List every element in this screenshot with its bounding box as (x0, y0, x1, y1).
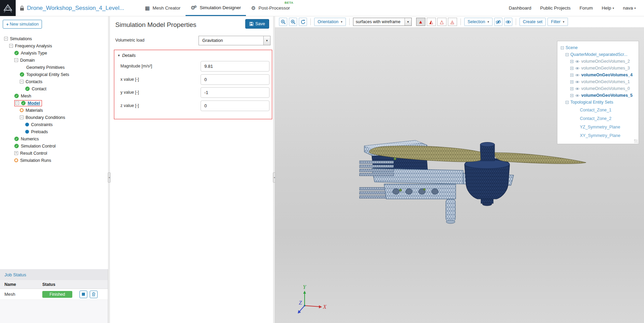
zoom-window-button[interactable] (279, 18, 287, 26)
selection-dropdown[interactable]: Selection ▾ (464, 18, 493, 26)
triangle-half-icon: ◭ (429, 19, 433, 25)
menu-help[interactable]: Help ▾ (602, 5, 614, 11)
scene-item-topological-entity-sets[interactable]: −Topological Entity Sets (561, 99, 636, 106)
tab-post-processor[interactable]: BETA ⚙ Post-Processor (246, 0, 295, 16)
panel-resizer[interactable]: ◂ (108, 16, 110, 323)
tree-item-model-label[interactable]: Model (28, 101, 40, 106)
field-label: y value [-] (120, 87, 139, 98)
collapse-icon[interactable]: − (15, 101, 19, 105)
tree-item-simulations[interactable]: −Simulations (0, 35, 108, 42)
expand-icon[interactable]: + (14, 151, 18, 155)
tree-item-numerics[interactable]: ✓Numerics (0, 135, 108, 142)
eye-icon[interactable] (575, 74, 580, 77)
resizer-handle[interactable]: ◂ (108, 172, 111, 183)
render-surface-wire-toggle[interactable]: ◭ (427, 18, 436, 26)
scene-item-quartermodel[interactable]: −QuarterModel_separatedScr... (561, 51, 636, 58)
tree-item-mesh[interactable]: ✓Mesh (0, 92, 108, 99)
scene-item-contact-zone-2[interactable]: Contact_Zone_2 (561, 114, 636, 123)
expand-icon[interactable]: + (570, 87, 573, 90)
tree-item-boundary-conditions[interactable]: −Boundary Conditions (0, 114, 108, 121)
tab-mesh-creator[interactable]: ▦ Mesh Creator (140, 0, 186, 16)
scene-item-xy-symmetry-plane[interactable]: XY_Symmetry_Plane (561, 131, 636, 140)
render-wireframe-toggle[interactable]: △ (437, 18, 447, 26)
filter-dropdown[interactable]: Filter ▾ (547, 18, 568, 26)
scene-item-contact-zone-1[interactable]: Contact_Zone_1 (561, 106, 636, 114)
expand-icon[interactable]: + (570, 80, 573, 83)
tree-item-frequency-analysis[interactable]: −Frequency Analysis (0, 42, 108, 49)
save-button[interactable]: Save (245, 19, 269, 29)
tree-item-preloads[interactable]: Preloads (0, 128, 108, 135)
tree-item-domain[interactable]: −Domain (0, 57, 108, 64)
collapse-icon[interactable]: − (20, 80, 24, 83)
delete-job-button[interactable] (90, 291, 98, 298)
app-logo[interactable] (0, 0, 16, 16)
tree-item-result-control[interactable]: +Result Control (0, 150, 108, 157)
tree-item-materials[interactable]: Materials (0, 107, 108, 114)
render-textured-toggle[interactable]: ◬ (448, 18, 457, 26)
tab-simulation-designer[interactable]: ⚙⚙ Simulation Designer (186, 0, 246, 16)
collapse-icon[interactable]: − (14, 58, 18, 62)
link-public-projects[interactable]: Public Projects (540, 5, 571, 11)
show-all-button[interactable] (504, 18, 512, 26)
eye-icon[interactable] (575, 94, 580, 97)
z-value-input[interactable] (201, 101, 269, 111)
x-value-input[interactable] (201, 74, 269, 85)
project-title[interactable]: Drone_Workshop_Session_4_Level... (27, 5, 124, 12)
tree-item-analysis-type[interactable]: ✓Analysis Type (0, 49, 108, 57)
eye-icon[interactable] (575, 67, 580, 70)
save-icon (249, 22, 253, 26)
resizer-handle[interactable]: ◂ (273, 172, 276, 183)
tree-item-geometry-primitives[interactable]: Geometry Primitives (0, 64, 108, 71)
scene-item-volume-4[interactable]: +volumeOnGeoVolumes_4 (561, 72, 636, 78)
volumetric-load-select[interactable]: Gravitation ▼ (199, 36, 270, 45)
scene-item-scene[interactable]: −Scene (561, 44, 636, 51)
reset-view-button[interactable] (299, 18, 307, 26)
stop-job-button[interactable] (79, 291, 87, 298)
scene-item-volume-2[interactable]: +volumeOnGeoVolumes_2 (561, 58, 636, 65)
expand-icon[interactable]: + (570, 94, 573, 97)
panel-resizer[interactable]: ◂ (273, 16, 275, 323)
new-simulation-button[interactable]: + New simulation (3, 20, 42, 29)
scene-item-volume-1[interactable]: +volumeOnGeoVolumes_1 (561, 78, 636, 85)
eye-icon[interactable] (575, 80, 580, 83)
details-title: Details (122, 53, 136, 58)
tree-item-constraints[interactable]: Constraints (0, 121, 108, 128)
tree-item-contacts[interactable]: −Contacts (0, 78, 108, 85)
collapse-icon[interactable]: − (566, 101, 569, 104)
scene-item-volume-3[interactable]: +volumeOnGeoVolumes_3 (561, 65, 636, 72)
create-set-button[interactable]: Create set (519, 18, 546, 26)
expand-icon[interactable]: + (570, 60, 573, 63)
menu-user[interactable]: nava ▾ (623, 5, 636, 11)
collapse-icon[interactable]: − (566, 53, 569, 56)
link-forum[interactable]: Forum (580, 5, 593, 11)
field-magnitude: Magnitude [m/s²] (114, 61, 272, 72)
tree-item-contact[interactable]: ✓Contact (0, 85, 108, 92)
y-value-input[interactable] (201, 87, 269, 98)
collapse-icon[interactable]: − (561, 46, 564, 49)
orientation-dropdown[interactable]: Orientation ▾ (314, 18, 346, 26)
tree-item-simulation-runs[interactable]: Simulation Runs (0, 157, 108, 164)
expand-icon[interactable]: + (570, 67, 573, 70)
eye-icon[interactable] (575, 87, 580, 90)
scene-item-volume-0[interactable]: +volumeOnGeoVolumes_0 (561, 85, 636, 92)
tree-item-topological-entity-sets[interactable]: ✓Topological Entity Sets (0, 71, 108, 78)
render-mode-select[interactable]: surfaces with wireframe ▼ (353, 18, 412, 26)
details-section-header[interactable]: ▼ Details (117, 53, 136, 58)
zoom-fit-button[interactable] (289, 18, 297, 26)
magnifier-plus-icon (281, 19, 286, 25)
magnitude-input[interactable] (201, 61, 269, 72)
eye-icon[interactable] (575, 60, 580, 63)
collapse-icon[interactable]: − (9, 44, 13, 48)
collapse-icon[interactable]: − (4, 37, 8, 41)
tree-item-simulation-control[interactable]: ✓Simulation Control (0, 142, 108, 150)
collapse-icon[interactable]: − (20, 116, 24, 119)
expand-icon[interactable]: + (570, 74, 573, 77)
render-solid-toggle[interactable]: ▲ (416, 18, 425, 26)
scene-item-yz-symmetry-plane[interactable]: YZ_Symmetry_Plane (561, 123, 636, 131)
hide-selected-button[interactable] (494, 18, 502, 26)
link-dashboard[interactable]: Dashboard (509, 5, 531, 11)
3d-viewport[interactable]: Y X Z −Scene −QuarterModel_separatedScr.… (275, 27, 644, 323)
panel-resize-grip[interactable] (634, 139, 638, 143)
tree-item-model[interactable]: − ✓ Model (0, 99, 108, 107)
scene-item-volume-5[interactable]: +volumeOnGeoVolumes_5 (561, 92, 636, 99)
